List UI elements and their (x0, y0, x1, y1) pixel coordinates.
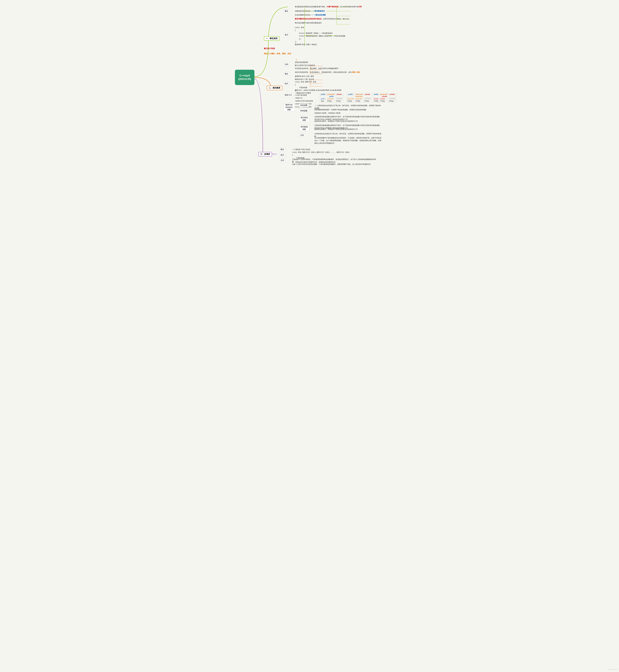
section2-purpose-label: 目的 (283, 63, 289, 66)
section1-concept-line4: 静态变量的初始化必须在类外初始化，如果没有初始化(不建议)，默认为0 (295, 17, 349, 20)
page-container: C++day5 (2023.8.25) 一、静态成员 概念 静态数据成员和静态成… (232, 3, 387, 170)
section2-concept1: 保持已有类的特性，在原来基础上，增加新的特性，构造出新类的过程，成为 继承 / … (295, 71, 360, 74)
copy-constructor-label: 拷贝构造函数 (299, 116, 310, 122)
inherit-table3: public protected private private private… (373, 93, 396, 103)
center-node: C++day5 (2023.8.25) (235, 70, 255, 85)
section1-concept-line1: 静态数据成员和静态成员函数是属于类的，不属于类的实例，它们在所有类的实例中是共享 (295, 5, 362, 8)
section2-concept3: 继承者 称为 子类 / 派生类 (295, 78, 314, 81)
section1-format-code: class 类名 { static 数据类型 变量名; //静态数据成员 sta… (295, 26, 345, 43)
section2-summary-label: 总结 (299, 134, 305, 137)
destructor-desc1: 析构函数调用的顺序：先调用子类的析构函数，再调用父类的析构函数 (315, 109, 366, 111)
section2-summary2: 当父类的函数和子类的函数是同名同类型时，不会报错，原因是作用域不同，如果子类实例… (315, 137, 383, 145)
destructor-label: 析构函数 (299, 109, 309, 113)
section2-inherit-label: 继承方式 (283, 93, 293, 97)
section1-concept-line2: 在数据成员前加static ----->静态数据成员 (295, 10, 325, 12)
destructor-desc2: 先构造的 后析构，后构造的 先析构 (315, 112, 340, 115)
inherit-table2: public protected private protected prote… (346, 93, 371, 103)
section1-concept-line5: 静态成员函数只能访问静态数据成员 (295, 22, 322, 24)
section1-concept-label: 概念 (283, 9, 289, 13)
watermark: ©2023 作者水印 (608, 669, 618, 671)
center-title: C++day5 (2023.8.25) (235, 74, 255, 81)
section2-purpose3: 在实现多态的时候，通过继承，实现子类对父类函数的重写 (295, 67, 338, 70)
section1-init-line: 数据类型 类名::变量 = 初始化; (295, 43, 317, 46)
section2-concept-label: 概念 (283, 72, 289, 76)
copy-constructor-desc2: 如果涉及深拷贝，则需要在子类和父类各自完成深拷贝工作 (315, 120, 358, 123)
section1-example: 银行账户实例 (264, 47, 275, 50)
section2-header: 二、类的继承 (267, 86, 282, 90)
section2-format-label: 格式 (283, 82, 289, 85)
section2-special-label: 继承中的特殊成员函数 (283, 103, 294, 112)
section2-purpose2: 建立父类和子类之间的联系 (295, 64, 315, 67)
section1-format-label: 格式 (283, 33, 289, 37)
section3-concept-line: 一个类由多个类公共派生 (292, 148, 311, 151)
section1-header: 一、静态成员 (264, 36, 280, 41)
section2-concept2: 被继承者 称为 父类 / 基类 (295, 75, 314, 78)
section3-summary2: 当多个父类中有同名同类型的函数，子类对象调用该函数时，需要表明哪个类的，加上类名… (292, 163, 371, 165)
section3-summary-label: 总结 (279, 159, 285, 162)
inherit-table1: public protected private public public p… (320, 93, 343, 103)
section3-format-label: 格式 (279, 153, 285, 157)
section3-concept-label: 概念 (279, 148, 285, 151)
section1-concept-line3: 在成员函数前加static ------->静态成员函数 (295, 14, 326, 16)
section2-format-line1: 继承方式： public 共有继承 protected保护继承 private私… (295, 89, 342, 91)
copy-assign-label: 拷贝赋值函数 (299, 125, 310, 131)
section2-purpose1: 实现代码的重用性 (295, 61, 308, 64)
copy-assign-desc2: 如果涉及深拷贝，则需要在子类和父类各自完成深拷贝工作 (315, 128, 358, 131)
section3-header: 三、多继承 (258, 152, 272, 156)
section2-attr-title: 类的三大属性：封装、继承、多态 (264, 52, 291, 55)
constructor-label: 构造函数 (299, 104, 309, 107)
